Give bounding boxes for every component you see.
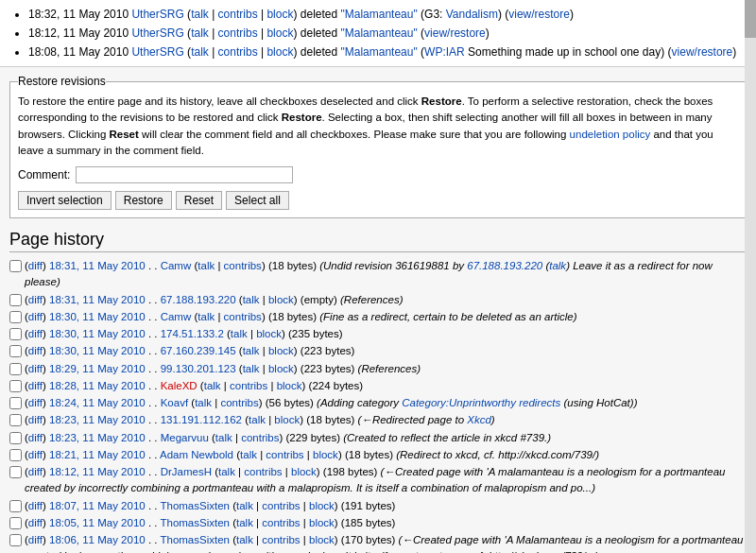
deletion-user-contribs-3[interactable]: contribs [218,45,258,59]
history-contribs-12[interactable]: contribs [262,500,300,511]
history-xkcd-link-8[interactable]: Xkcd [467,414,491,425]
deletion-user-contribs-1[interactable]: contribs [218,8,258,21]
history-time-8[interactable]: 18:23, 11 May 2010 [49,414,146,425]
history-diff-4[interactable]: diff [28,345,43,356]
history-block-1[interactable]: block [268,294,294,305]
history-time-13[interactable]: 18:05, 11 May 2010 [49,517,146,528]
deletion-user-block-1[interactable]: block [266,8,293,21]
history-talk-5[interactable]: talk [243,363,260,374]
history-diff-8[interactable]: diff [28,414,43,425]
history-block-12[interactable]: block [309,500,335,511]
history-block-10[interactable]: block [313,449,338,460]
deletion-user-2[interactable]: UtherSRG [131,26,183,40]
history-checkbox-11[interactable] [9,466,22,478]
history-talk-1[interactable]: talk [243,294,260,305]
history-talk-6[interactable]: talk [204,380,221,391]
history-talk-7[interactable]: talk [195,397,212,408]
deletion-page-3[interactable]: "Malamanteau" [341,45,418,59]
history-contribs-7[interactable]: contribs [220,397,258,408]
deletion-user-contribs-2[interactable]: contribs [218,26,258,40]
history-time-12[interactable]: 18:07, 11 May 2010 [49,500,146,511]
scrollbar[interactable] [745,0,756,553]
history-diff-2[interactable]: diff [28,311,43,322]
comment-input[interactable] [76,166,293,183]
history-time-6[interactable]: 18:28, 11 May 2010 [49,380,146,391]
history-contribs-0[interactable]: contribs [224,260,262,271]
deletion-view-3[interactable]: view/restore [672,45,733,59]
deletion-page-2[interactable]: "Malamanteau" [341,26,418,40]
history-user-2[interactable]: Camw [161,311,192,322]
history-time-7[interactable]: 18:24, 11 May 2010 [49,397,146,408]
history-contribs-6[interactable]: contribs [230,380,267,391]
history-user-5[interactable]: 99.130.201.123 [161,363,236,374]
history-diff-13[interactable]: diff [28,517,43,528]
deletion-view-1[interactable]: view/restore [508,8,570,21]
history-diff-10[interactable]: diff [28,449,43,460]
history-user-14[interactable]: ThomasSixten [160,534,230,545]
history-checkbox-7[interactable] [9,397,22,409]
history-user-12[interactable]: ThomasSixten [160,500,230,511]
history-time-14[interactable]: 18:06, 11 May 2010 [49,534,146,545]
history-checkbox-14[interactable] [9,534,22,546]
history-talk-3[interactable]: talk [231,328,248,339]
history-checkbox-12[interactable] [9,500,22,512]
history-talk-10[interactable]: talk [240,449,257,460]
history-checkbox-13[interactable] [9,517,22,529]
history-diff-11[interactable]: diff [28,466,43,477]
history-time-1[interactable]: 18:31, 11 May 2010 [49,294,146,305]
history-ip-0[interactable]: 67.188.193.220 [467,260,542,271]
history-iptalk-0[interactable]: talk [549,260,566,271]
history-user-0[interactable]: Camw [161,260,192,271]
history-time-10[interactable]: 18:21, 11 May 2010 [49,449,146,460]
deletion-user-block-3[interactable]: block [266,45,293,59]
history-block-4[interactable]: block [268,345,294,356]
history-block-3[interactable]: block [256,328,282,339]
history-checkbox-6[interactable] [9,380,22,392]
history-checkbox-0[interactable] [9,260,22,272]
history-user-8[interactable]: 131.191.112.162 [161,414,242,425]
history-time-9[interactable]: 18:23, 11 May 2010 [49,432,146,443]
history-contribs-11[interactable]: contribs [244,466,282,477]
history-diff-9[interactable]: diff [28,432,43,443]
deletion-user-1[interactable]: UtherSRG [131,8,183,21]
history-time-11[interactable]: 18:12, 11 May 2010 [49,466,146,477]
history-checkbox-4[interactable] [9,345,22,357]
undeletion-policy-link[interactable]: undeletion policy [570,129,651,140]
reset-button[interactable]: Reset [176,191,222,210]
history-user-9[interactable]: Megarvuu [161,432,209,443]
history-user-3[interactable]: 174.51.133.2 [161,328,224,339]
restore-button[interactable]: Restore [115,191,172,210]
history-talk-11[interactable]: talk [218,466,235,477]
history-time-5[interactable]: 18:29, 11 May 2010 [49,363,146,374]
history-time-2[interactable]: 18:30, 11 May 2010 [49,311,146,322]
deletion-tag-link-3[interactable]: WP:IAR [424,45,465,59]
history-talk-13[interactable]: talk [236,517,253,528]
history-user-1[interactable]: 67.188.193.220 [161,294,236,305]
deletion-user-talk-1[interactable]: talk [191,8,209,21]
history-user-4[interactable]: 67.160.239.145 [161,345,236,356]
history-time-3[interactable]: 18:30, 11 May 2010 [49,328,146,339]
history-user-13[interactable]: ThomasSixten [160,517,230,528]
deletion-user-talk-2[interactable]: talk [191,26,209,40]
history-user-6[interactable]: KaleXD [161,380,198,391]
history-contribs-2[interactable]: contribs [224,311,262,322]
history-contribs-9[interactable]: contribs [241,432,279,443]
history-checkbox-9[interactable] [9,432,22,444]
deletion-view-2[interactable]: view/restore [424,26,486,40]
history-talk-0[interactable]: talk [198,260,215,271]
history-block-11[interactable]: block [291,466,317,477]
deletion-tag-link-1[interactable]: Vandalism [446,8,498,21]
history-cat-7[interactable]: Category:Unprintworthy redirects [402,397,560,408]
history-block-14[interactable]: block [309,534,335,545]
history-time-0[interactable]: 18:31, 11 May 2010 [49,260,146,271]
history-diff-5[interactable]: diff [28,363,43,374]
history-diff-7[interactable]: diff [28,397,43,408]
history-contribs-14[interactable]: contribs [262,534,300,545]
scrollbar-thumb[interactable] [745,0,756,38]
history-checkbox-1[interactable] [9,294,22,306]
history-talk-2[interactable]: talk [198,311,215,322]
history-user-7[interactable]: Koavf [161,397,188,408]
history-block-6[interactable]: block [277,380,302,391]
history-checkbox-5[interactable] [9,363,22,375]
history-time-4[interactable]: 18:30, 11 May 2010 [49,345,146,356]
